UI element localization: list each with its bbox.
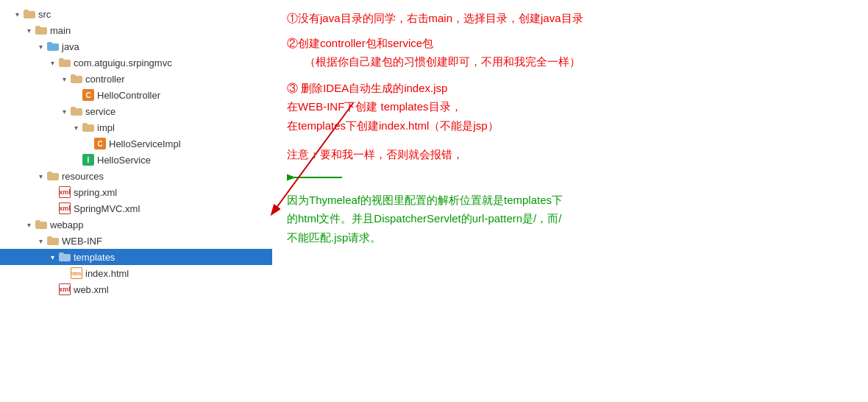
content-panel: ①没有java目录的同学，右击main，选择目录，创建java目录 ②创建con…: [272, 0, 868, 402]
class-icon-i: I: [82, 154, 94, 166]
chevron-src: ▾: [12, 9, 22, 19]
folder-icon-impl: [82, 123, 94, 133]
tree-item-package[interactable]: ▾ com.atguigu.srpingmvc: [0, 54, 272, 71]
label-hello-service-impl: HelloServiceImpl: [109, 138, 181, 149]
file-icon-springmvc-xml: xml: [59, 202, 71, 214]
folder-icon-controller: [71, 74, 82, 84]
green-arrow-svg: [287, 170, 346, 185]
label-index-html: index.html: [85, 268, 129, 279]
label-templates: templates: [74, 252, 115, 263]
tree-item-src[interactable]: ▾ src: [0, 6, 272, 22]
tree-item-hello-service-impl[interactable]: C HelloServiceImpl: [0, 135, 272, 152]
label-hello-controller: HelloController: [97, 90, 160, 101]
annotation-5: 因为Thymeleaf的视图里配置的解析位置就是templates下 的html…: [287, 191, 853, 247]
annotation-2-line2: （根据你自己建包的习惯创建即可，不用和我完全一样）: [287, 52, 853, 71]
label-hello-service: HelloService: [97, 155, 151, 166]
annotation-5-line3: 不能匹配.jsp请求。: [287, 228, 853, 247]
chevron-webapp: ▾: [24, 219, 34, 230]
annotation-3-line2: 在WEB-INF下创建 templates目录，: [287, 97, 853, 116]
tree-item-index-html[interactable]: html index.html: [0, 265, 272, 281]
annotation-1-text: ①没有java目录的同学，右击main，选择目录，创建java目录: [287, 12, 583, 24]
chevron-main: ▾: [24, 25, 34, 35]
chevron-package: ▾: [47, 57, 57, 68]
tree-item-web-xml[interactable]: xml web.xml: [0, 281, 272, 297]
tree-item-main[interactable]: ▾ main: [0, 22, 272, 38]
tree-item-controller[interactable]: ▾ controller: [0, 71, 272, 87]
label-resources: resources: [62, 171, 104, 182]
label-java: java: [62, 41, 79, 52]
file-icon-spring-xml: xml: [59, 186, 71, 198]
tree-item-service[interactable]: ▾ service: [0, 103, 272, 119]
folder-icon-resources: [47, 172, 59, 181]
tree-item-spring-xml[interactable]: xml spring.xml: [0, 184, 272, 200]
chevron-service: ▾: [59, 106, 69, 116]
chevron-templates: ▾: [47, 252, 57, 262]
annotation-5-line2: 的html文件。并且DispatcherServlet的url-pattern是…: [287, 209, 853, 228]
annotation-2: ②创建controller包和service包 （根据你自己建包的习惯创建即可，…: [287, 34, 853, 71]
label-main: main: [50, 25, 71, 36]
file-icon-index-html: html: [71, 267, 82, 279]
class-icon-c: C: [82, 89, 94, 101]
annotation-4-text: 注意：要和我一样，否则就会报错，: [287, 148, 463, 161]
annotation-3: ③ 删除IDEA自动生成的index.jsp 在WEB-INF下创建 templ…: [287, 79, 853, 135]
annotation-5-line1: 因为Thymeleaf的视图里配置的解析位置就是templates下: [287, 191, 853, 210]
annotation-4: 注意：要和我一样，否则就会报错，: [287, 145, 853, 164]
tree-item-springmvc-xml[interactable]: xml SpringMVC.xml: [0, 200, 272, 216]
tree-item-webapp[interactable]: ▾ webapp: [0, 216, 272, 233]
label-spring-xml: spring.xml: [74, 187, 117, 198]
label-web-xml: web.xml: [74, 284, 109, 295]
folder-icon-main: [35, 26, 47, 35]
tree-item-templates[interactable]: ▾ templates: [0, 249, 272, 265]
annotation-3-line1: ③ 删除IDEA自动生成的index.jsp: [287, 79, 853, 98]
label-controller: controller: [85, 74, 124, 85]
folder-icon-webapp: [35, 220, 47, 230]
folder-icon-src: [24, 10, 35, 19]
green-arrow-container: [287, 170, 853, 188]
chevron-web-inf: ▾: [35, 236, 46, 246]
label-webapp: webapp: [50, 219, 84, 230]
chevron-controller: ▾: [59, 74, 69, 84]
label-springmvc-xml: SpringMVC.xml: [74, 203, 140, 214]
label-src: src: [38, 9, 51, 20]
folder-icon-web-inf: [47, 236, 59, 246]
label-service: service: [85, 106, 115, 117]
tree-item-java[interactable]: ▾ java: [0, 38, 272, 54]
folder-icon-templates: [59, 253, 71, 262]
folder-icon-package: [59, 58, 71, 68]
tree-item-hello-service[interactable]: I HelloService: [0, 152, 272, 168]
annotation-1: ①没有java目录的同学，右击main，选择目录，创建java目录: [287, 9, 853, 28]
annotation-2-line1: ②创建controller包和service包: [287, 34, 853, 53]
chevron-impl: ▾: [71, 122, 81, 133]
label-web-inf: WEB-INF: [62, 236, 102, 247]
tree-item-web-inf[interactable]: ▾ WEB-INF: [0, 233, 272, 249]
chevron-java: ▾: [35, 41, 46, 52]
label-impl: impl: [97, 122, 115, 133]
tree-item-resources[interactable]: ▾ resources: [0, 168, 272, 184]
class-icon-c2: C: [94, 138, 106, 149]
tree-item-impl[interactable]: ▾ impl: [0, 119, 272, 135]
file-icon-web-xml: xml: [59, 283, 71, 295]
folder-icon-service: [71, 107, 82, 116]
chevron-resources: ▾: [35, 171, 46, 181]
folder-icon-java: [47, 42, 59, 52]
file-tree-panel: ▾ src ▾ main ▾ java ▾ com.atguigu.srping…: [0, 0, 272, 402]
label-package: com.atguigu.srpingmvc: [74, 57, 172, 68]
tree-item-hello-controller[interactable]: C HelloController: [0, 87, 272, 103]
annotation-3-line3: 在templates下创建index.html（不能是jsp）: [287, 116, 853, 135]
